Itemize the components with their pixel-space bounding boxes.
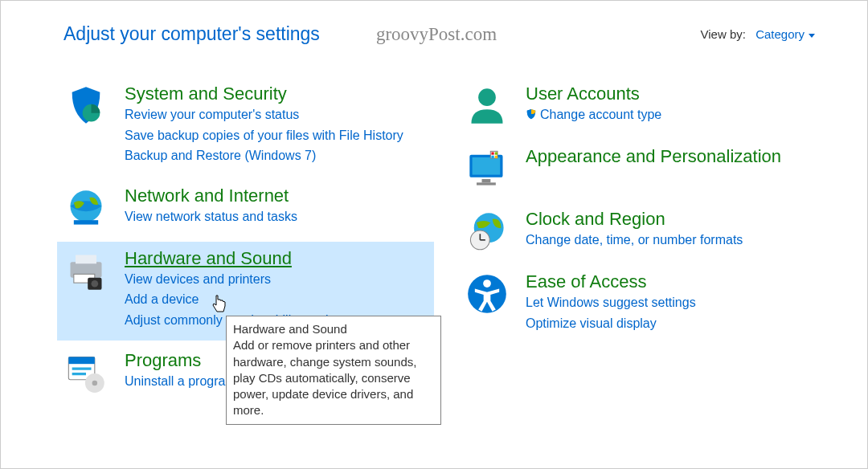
category-link[interactable]: View devices and printers <box>125 269 426 290</box>
category-title[interactable]: Clock and Region <box>526 209 665 230</box>
category-user-accounts: User Accounts Change account type <box>458 77 835 137</box>
viewby-dropdown[interactable]: Category <box>755 27 815 41</box>
svg-rect-10 <box>72 367 92 369</box>
tooltip: Hardware and Sound Add or remove printer… <box>226 316 441 425</box>
svg-rect-23 <box>495 156 497 158</box>
uac-shield-icon <box>526 108 537 120</box>
category-title[interactable]: Appearance and Personalization <box>526 146 781 167</box>
svg-point-29 <box>483 279 491 288</box>
clock-globe-icon <box>466 210 508 252</box>
category-network-internet: Network and Internet View network status… <box>57 179 434 239</box>
category-link[interactable]: Review your computer's status <box>125 104 426 125</box>
category-title[interactable]: Hardware and Sound <box>125 248 292 269</box>
category-title[interactable]: Network and Internet <box>125 186 289 206</box>
svg-rect-9 <box>68 357 94 364</box>
category-link[interactable]: Let Windows suggest settings <box>526 292 827 313</box>
header: Adjust your computer's settings groovyPo… <box>1 1 867 53</box>
accessibility-icon <box>466 273 508 315</box>
svg-point-7 <box>92 280 99 288</box>
svg-rect-11 <box>72 373 86 375</box>
page-title: Adjust your computer's settings <box>63 23 320 45</box>
category-title[interactable]: Ease of Access <box>526 271 646 292</box>
category-title[interactable]: System and Security <box>125 84 287 104</box>
globe-icon <box>65 187 107 229</box>
category-link[interactable]: Save backup copies of your files with Fi… <box>125 125 426 146</box>
user-icon <box>466 85 508 127</box>
svg-rect-21 <box>495 152 497 154</box>
tooltip-title: Hardware and Sound <box>233 321 434 337</box>
svg-rect-16 <box>473 157 501 175</box>
programs-icon <box>65 352 107 394</box>
category-system-security: System and Security Review your computer… <box>57 77 434 176</box>
svg-rect-20 <box>491 152 493 154</box>
svg-rect-4 <box>76 255 96 263</box>
category-link[interactable]: Change date, time, or number formats <box>526 230 827 251</box>
viewby: View by: Category <box>701 27 815 41</box>
category-clock-region: Clock and Region Change date, time, or n… <box>458 202 835 262</box>
svg-rect-22 <box>491 156 493 158</box>
viewby-label: View by: <box>701 27 746 41</box>
tooltip-body: Add or remove printers and other hardwar… <box>233 338 416 417</box>
category-link[interactable]: Add a device <box>125 289 426 310</box>
right-column: User Accounts Change account type Appear… <box>458 77 835 406</box>
printer-icon <box>65 250 107 292</box>
category-link[interactable]: View network status and tasks <box>125 206 426 227</box>
category-link[interactable]: Backup and Restore (Windows 7) <box>125 145 426 166</box>
category-appearance: Appearance and Personalization <box>458 140 835 199</box>
watermark: groovyPost.com <box>376 24 497 45</box>
shield-icon <box>65 85 107 127</box>
category-link[interactable]: Optimize visual display <box>526 313 827 334</box>
svg-point-13 <box>92 380 98 385</box>
cursor-pointer-icon <box>211 294 227 315</box>
svg-point-14 <box>478 88 496 106</box>
category-link[interactable]: Change account type <box>526 104 827 125</box>
svg-rect-2 <box>74 220 98 224</box>
svg-rect-18 <box>477 182 496 185</box>
monitor-icon <box>466 148 508 190</box>
svg-rect-17 <box>482 179 491 182</box>
category-ease-of-access: Ease of Access Let Windows suggest setti… <box>458 265 835 343</box>
category-title[interactable]: User Accounts <box>526 84 640 104</box>
category-title[interactable]: Programs <box>125 350 201 371</box>
